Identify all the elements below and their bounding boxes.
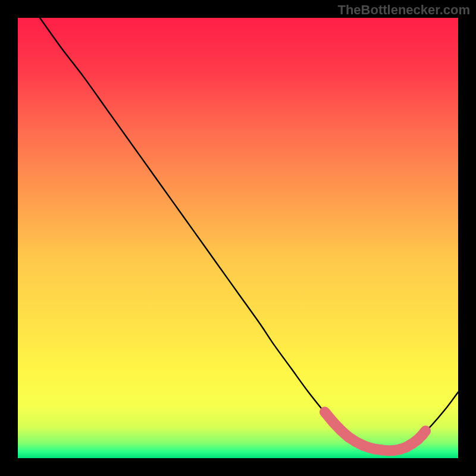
highlight-dot: [328, 418, 337, 427]
watermark-text: TheBottlenecker.com: [337, 2, 470, 18]
highlight-dot: [421, 427, 430, 436]
bottleneck-chart: [0, 0, 476, 476]
chart-frame: TheBottlenecker.com: [0, 0, 476, 476]
plot-background: [18, 18, 458, 458]
highlight-dot: [320, 408, 329, 416]
highlight-dot: [344, 433, 353, 441]
highlight-dot: [337, 426, 346, 435]
